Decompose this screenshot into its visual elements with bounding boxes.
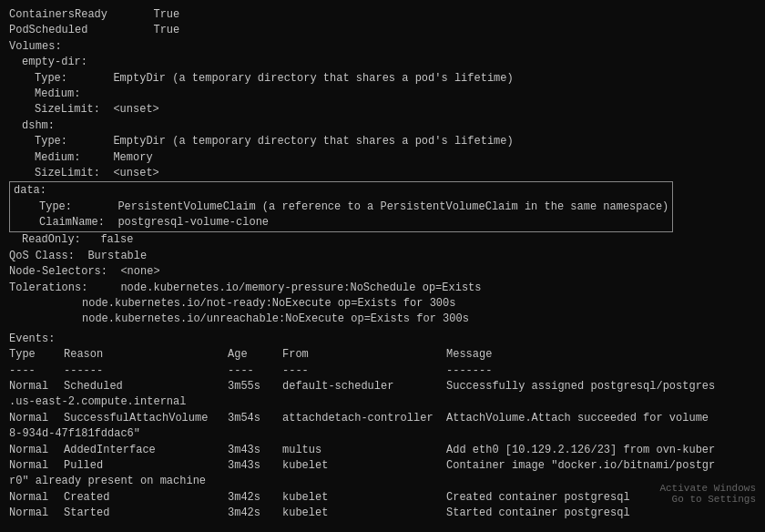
event-2-message: AttachVolume.Attach succeeded for volume — [446, 411, 756, 426]
line-data-claimname: ClaimName: postgresql-volume-clone — [14, 215, 668, 230]
event-row-8: Normal Started 3m42s kubelet Started con… — [9, 506, 756, 521]
event-row-5: Normal Pulled 3m43s kubelet Container im… — [9, 458, 756, 474]
line-readonly: ReadOnly: false — [9, 232, 756, 248]
col-from-header: From — [282, 347, 446, 363]
event-row-6-continuation: r0" already present on machine — [9, 474, 756, 489]
col-message-header: Message — [446, 347, 756, 363]
line-dshm-medium: Medium: Memory — [9, 150, 756, 166]
line-node-selectors: Node-Selectors: <none> — [9, 264, 756, 280]
events-header-row: Type Reason Age From Message — [9, 347, 756, 363]
event-4-reason: AddedInterface — [64, 443, 228, 458]
event-2-reason: SuccessfulAttachVolume — [64, 411, 228, 426]
event-8-reason: Started — [64, 506, 228, 521]
line-tolerations: Tolerations: node.kubernetes.io/memory-p… — [9, 281, 756, 296]
line-empty-dir: empty-dir: — [9, 55, 756, 70]
event-8-from: kubelet — [282, 506, 446, 521]
event-7-age: 3m42s — [228, 490, 282, 506]
event-row-0: Normal Scheduled 3m55s default-scheduler… — [9, 379, 756, 394]
event-2-age: 3m54s — [228, 411, 282, 426]
event-row-3-continuation: 8-934d-47f181fddac6" — [9, 426, 756, 442]
line-qos: QoS Class: Burstable — [9, 249, 756, 264]
event-2-from: attachdetach-controller — [282, 411, 446, 426]
line-volumes: Volumes: — [9, 39, 756, 55]
col-age-header: Age — [228, 347, 282, 363]
event-8-type: Normal — [9, 506, 64, 521]
event-row-2: Normal SuccessfulAttachVolume 3m54s atta… — [9, 411, 756, 426]
line-emptydir-type: Type: EmptyDir (a temporary directory th… — [9, 71, 756, 87]
event-4-age: 3m43s — [228, 443, 282, 458]
event-4-type: Normal — [9, 443, 64, 458]
line-containers-ready: ContainersReady True — [9, 7, 756, 23]
event-5-message: Container image "docker.io/bitnami/postg… — [446, 458, 756, 474]
event-0-type: Normal — [9, 379, 64, 394]
event-5-age: 3m43s — [228, 458, 282, 474]
line-dshm: dshm: — [9, 118, 756, 134]
event-row-1-continuation: .us-east-2.compute.internal — [9, 394, 756, 410]
activate-watermark: Activate Windows Go to Settings — [659, 483, 756, 505]
event-7-type: Normal — [9, 490, 64, 506]
line-toleration-2: node.kubernetes.io/not-ready:NoExecute o… — [9, 296, 756, 312]
activate-line1: Activate Windows — [659, 483, 756, 494]
event-8-message: Started container postgresql — [446, 506, 756, 521]
line-emptydir-medium: Medium: — [9, 87, 756, 102]
event-7-reason: Created — [64, 490, 228, 506]
event-5-type: Normal — [9, 458, 64, 474]
col-type-div: ---- — [9, 363, 64, 379]
event-5-reason: Pulled — [64, 458, 228, 474]
line-dshm-type: Type: EmptyDir (a temporary directory th… — [9, 134, 756, 149]
line-emptydir-sizelimit: SizeLimit: <unset> — [9, 102, 756, 118]
event-row-7: Normal Created 3m42s kubelet Created con… — [9, 490, 756, 506]
event-row-4: Normal AddedInterface 3m43s multus Add e… — [9, 443, 756, 458]
event-5-from: kubelet — [282, 458, 446, 474]
col-age-div: ---- — [228, 363, 282, 379]
terminal-prompt: [root@localhost hcp-testing]# — [9, 524, 756, 533]
col-from-div: ---- — [282, 363, 446, 379]
event-7-from: kubelet — [282, 490, 446, 506]
activate-line2: Go to Settings — [659, 494, 756, 505]
col-type-header: Type — [9, 347, 64, 363]
line-pod-scheduled: PodScheduled True — [9, 23, 756, 38]
event-0-message: Successfully assigned postgresql/postgre… — [446, 379, 756, 394]
col-message-div: ------- — [446, 363, 756, 379]
event-4-message: Add eth0 [10.129.2.126/23] from ovn-kube… — [446, 443, 756, 458]
event-4-from: multus — [282, 443, 446, 458]
event-0-age: 3m55s — [228, 379, 282, 394]
line-dshm-sizelimit: SizeLimit: <unset> — [9, 166, 756, 181]
col-reason-header: Reason — [64, 347, 228, 363]
terminal-window: ContainersReady True PodScheduled True V… — [0, 0, 765, 532]
line-data-type: Type: PersistentVolumeClaim (a reference… — [14, 200, 668, 215]
line-toleration-3: node.kubernetes.io/unreachable:NoExecute… — [9, 312, 756, 327]
event-0-from: default-scheduler — [282, 379, 446, 394]
col-reason-div: ------ — [64, 363, 228, 379]
events-label: Events: — [9, 332, 756, 347]
event-8-age: 3m42s — [228, 506, 282, 521]
events-divider-row: ---- ------ ---- ---- ------- — [9, 363, 756, 379]
event-2-type: Normal — [9, 411, 64, 426]
line-data-label: data: — [14, 183, 668, 199]
event-0-reason: Scheduled — [64, 379, 228, 394]
